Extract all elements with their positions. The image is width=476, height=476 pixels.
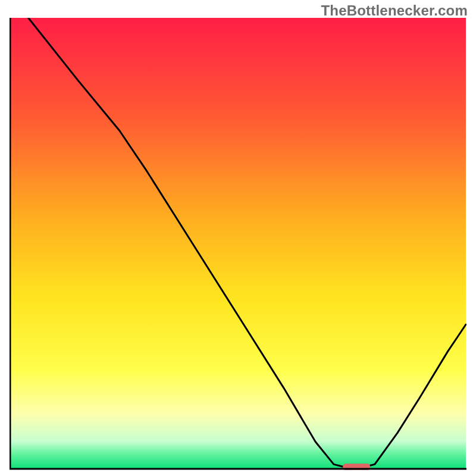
gradient-background <box>10 18 466 468</box>
chart-frame: TheBottlenecker.com <box>0 0 476 476</box>
watermark-text: TheBottlenecker.com <box>321 2 468 19</box>
bottleneck-chart <box>10 18 466 470</box>
chart-svg <box>10 18 466 470</box>
